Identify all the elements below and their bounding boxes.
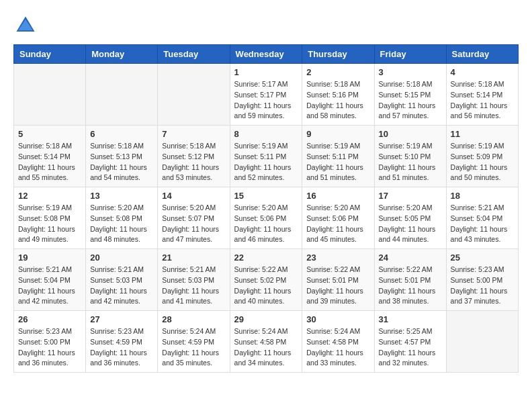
day-number: 1 [234,67,298,77]
day-info: Sunrise: 5:17 AMSunset: 5:17 PMDaylight:… [234,79,298,122]
day-info: Sunrise: 5:18 AMSunset: 5:14 PMDaylight:… [451,79,514,122]
calendar-header-row: SundayMondayTuesdayWednesdayThursdayFrid… [14,45,519,64]
calendar-cell: 29 Sunrise: 5:24 AMSunset: 4:58 PMDaylig… [230,311,302,373]
day-info: Sunrise: 5:19 AMSunset: 5:08 PMDaylight:… [18,203,81,245]
day-info: Sunrise: 5:19 AMSunset: 5:09 PMDaylight:… [451,141,514,183]
day-number: 14 [162,191,225,201]
day-info: Sunrise: 5:20 AMSunset: 5:06 PMDaylight:… [234,203,298,245]
day-info: Sunrise: 5:22 AMSunset: 5:01 PMDaylight:… [379,265,442,307]
day-info: Sunrise: 5:23 AMSunset: 5:00 PMDaylight:… [451,265,514,307]
day-info: Sunrise: 5:19 AMSunset: 5:10 PMDaylight:… [379,141,442,183]
day-number: 5 [18,129,81,139]
day-number: 16 [306,191,369,201]
calendar-cell: 31 Sunrise: 5:25 AMSunset: 4:57 PMDaylig… [374,311,446,373]
calendar-cell: 24 Sunrise: 5:22 AMSunset: 5:01 PMDaylig… [374,249,446,311]
day-info: Sunrise: 5:24 AMSunset: 4:59 PMDaylight:… [162,326,225,369]
day-info: Sunrise: 5:20 AMSunset: 5:05 PMDaylight:… [379,203,442,245]
day-number: 20 [90,253,153,263]
calendar-week-row: 5 Sunrise: 5:18 AMSunset: 5:14 PMDayligh… [14,126,519,187]
calendar-cell: 19 Sunrise: 5:21 AMSunset: 5:04 PMDaylig… [14,249,86,311]
day-number: 29 [234,314,298,324]
day-info: Sunrise: 5:23 AMSunset: 4:59 PMDaylight:… [90,326,153,369]
day-number: 8 [234,129,298,139]
day-number: 10 [379,129,442,139]
weekday-header-monday: Monday [86,45,158,64]
general-blue-logo-icon [13,13,38,38]
day-number: 30 [306,314,369,324]
calendar-cell [446,311,518,373]
day-number: 19 [18,253,81,263]
calendar-cell: 10 Sunrise: 5:19 AMSunset: 5:10 PMDaylig… [374,126,446,187]
calendar-week-row: 12 Sunrise: 5:19 AMSunset: 5:08 PMDaylig… [14,187,519,249]
calendar-cell [14,64,86,126]
page-header [13,13,519,38]
day-info: Sunrise: 5:19 AMSunset: 5:11 PMDaylight:… [306,141,369,183]
day-info: Sunrise: 5:21 AMSunset: 5:04 PMDaylight:… [451,203,514,245]
day-number: 22 [234,253,298,263]
day-number: 15 [234,191,298,201]
day-number: 18 [451,191,514,201]
day-info: Sunrise: 5:22 AMSunset: 5:02 PMDaylight:… [234,265,298,307]
calendar-cell: 3 Sunrise: 5:18 AMSunset: 5:15 PMDayligh… [374,64,446,126]
calendar-cell: 17 Sunrise: 5:20 AMSunset: 5:05 PMDaylig… [374,187,446,249]
calendar-cell: 20 Sunrise: 5:21 AMSunset: 5:03 PMDaylig… [86,249,158,311]
day-number: 3 [379,67,442,77]
calendar-cell: 1 Sunrise: 5:17 AMSunset: 5:17 PMDayligh… [230,64,302,126]
weekday-header-thursday: Thursday [302,45,374,64]
day-info: Sunrise: 5:21 AMSunset: 5:03 PMDaylight:… [90,265,153,307]
calendar-cell: 4 Sunrise: 5:18 AMSunset: 5:14 PMDayligh… [446,64,518,126]
calendar-cell: 28 Sunrise: 5:24 AMSunset: 4:59 PMDaylig… [158,311,230,373]
day-info: Sunrise: 5:20 AMSunset: 5:08 PMDaylight:… [90,203,153,245]
calendar-cell: 22 Sunrise: 5:22 AMSunset: 5:02 PMDaylig… [230,249,302,311]
day-number: 11 [451,129,514,139]
day-info: Sunrise: 5:22 AMSunset: 5:01 PMDaylight:… [306,265,369,307]
weekday-header-friday: Friday [374,45,446,64]
calendar-cell: 18 Sunrise: 5:21 AMSunset: 5:04 PMDaylig… [446,187,518,249]
calendar-cell: 21 Sunrise: 5:21 AMSunset: 5:03 PMDaylig… [158,249,230,311]
day-info: Sunrise: 5:21 AMSunset: 5:04 PMDaylight:… [18,265,81,307]
day-info: Sunrise: 5:19 AMSunset: 5:11 PMDaylight:… [234,141,298,183]
calendar-week-row: 26 Sunrise: 5:23 AMSunset: 5:00 PMDaylig… [14,311,519,373]
day-number: 17 [379,191,442,201]
day-number: 4 [451,67,514,77]
calendar-cell [158,64,230,126]
calendar-cell: 8 Sunrise: 5:19 AMSunset: 5:11 PMDayligh… [230,126,302,187]
weekday-header-sunday: Sunday [14,45,86,64]
day-number: 21 [162,253,225,263]
calendar-table: SundayMondayTuesdayWednesdayThursdayFrid… [13,44,519,373]
weekday-header-saturday: Saturday [446,45,518,64]
calendar-week-row: 1 Sunrise: 5:17 AMSunset: 5:17 PMDayligh… [14,64,519,126]
calendar-cell: 9 Sunrise: 5:19 AMSunset: 5:11 PMDayligh… [302,126,374,187]
weekday-header-tuesday: Tuesday [158,45,230,64]
day-number: 12 [18,191,81,201]
day-info: Sunrise: 5:18 AMSunset: 5:12 PMDaylight:… [162,141,225,183]
day-info: Sunrise: 5:20 AMSunset: 5:07 PMDaylight:… [162,203,225,245]
day-info: Sunrise: 5:21 AMSunset: 5:03 PMDaylight:… [162,265,225,307]
day-info: Sunrise: 5:25 AMSunset: 4:57 PMDaylight:… [379,326,442,369]
day-number: 7 [162,129,225,139]
calendar-cell: 25 Sunrise: 5:23 AMSunset: 5:00 PMDaylig… [446,249,518,311]
calendar-cell: 5 Sunrise: 5:18 AMSunset: 5:14 PMDayligh… [14,126,86,187]
calendar-cell: 2 Sunrise: 5:18 AMSunset: 5:16 PMDayligh… [302,64,374,126]
calendar-cell [86,64,158,126]
calendar-cell: 13 Sunrise: 5:20 AMSunset: 5:08 PMDaylig… [86,187,158,249]
day-number: 25 [451,253,514,263]
calendar-cell: 12 Sunrise: 5:19 AMSunset: 5:08 PMDaylig… [14,187,86,249]
day-number: 31 [379,314,442,324]
logo [13,13,42,38]
calendar-cell: 11 Sunrise: 5:19 AMSunset: 5:09 PMDaylig… [446,126,518,187]
day-info: Sunrise: 5:18 AMSunset: 5:16 PMDaylight:… [306,79,369,122]
calendar-cell: 15 Sunrise: 5:20 AMSunset: 5:06 PMDaylig… [230,187,302,249]
calendar-cell: 6 Sunrise: 5:18 AMSunset: 5:13 PMDayligh… [86,126,158,187]
day-number: 27 [90,314,153,324]
day-info: Sunrise: 5:24 AMSunset: 4:58 PMDaylight:… [234,326,298,369]
day-number: 28 [162,314,225,324]
calendar-week-row: 19 Sunrise: 5:21 AMSunset: 5:04 PMDaylig… [14,249,519,311]
day-info: Sunrise: 5:20 AMSunset: 5:06 PMDaylight:… [306,203,369,245]
calendar-cell: 16 Sunrise: 5:20 AMSunset: 5:06 PMDaylig… [302,187,374,249]
day-info: Sunrise: 5:23 AMSunset: 5:00 PMDaylight:… [18,326,81,369]
day-info: Sunrise: 5:18 AMSunset: 5:14 PMDaylight:… [18,141,81,183]
day-number: 6 [90,129,153,139]
day-info: Sunrise: 5:24 AMSunset: 4:58 PMDaylight:… [306,326,369,369]
day-number: 9 [306,129,369,139]
